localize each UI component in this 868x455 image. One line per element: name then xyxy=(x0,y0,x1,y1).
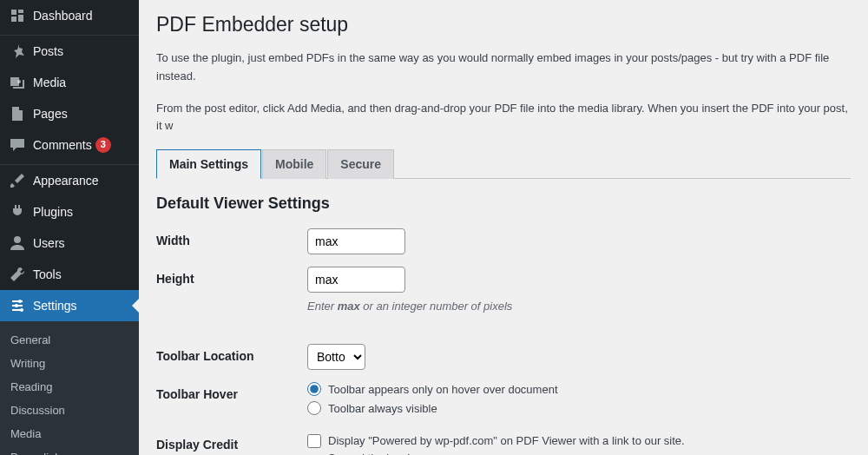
row-toolbar-hover: Toolbar Hover Toolbar appears only on ho… xyxy=(156,382,851,420)
comments-badge: 3 xyxy=(95,137,111,152)
tab-main-settings[interactable]: Main Settings xyxy=(156,149,261,179)
row-height: Height Enter max or an integer number of… xyxy=(156,267,851,313)
svg-point-0 xyxy=(17,80,21,83)
page-title: PDF Embedder setup xyxy=(156,13,851,36)
submenu-permalinks[interactable]: Permalinks xyxy=(0,445,139,455)
comment-icon xyxy=(9,136,26,154)
sidebar-item-comments[interactable]: Comments 3 xyxy=(0,129,139,161)
sidebar-item-label: Posts xyxy=(33,44,63,58)
sidebar-item-tools[interactable]: Tools xyxy=(0,259,139,290)
tabs-nav: Main Settings Mobile Secure xyxy=(156,149,851,179)
svg-point-2 xyxy=(18,300,22,303)
main-content: PDF Embedder setup To use the plugin, ju… xyxy=(139,0,868,455)
section-heading: Default Viewer Settings xyxy=(156,195,851,213)
intro-para-2: From the post editor, click Add Media, a… xyxy=(156,100,851,136)
sidebar-item-label: Comments xyxy=(33,138,92,152)
sidebar-item-users[interactable]: Users xyxy=(0,228,139,259)
credit-checkbox[interactable] xyxy=(307,434,321,448)
wrench-icon xyxy=(9,266,26,283)
hover-option-2[interactable]: Toolbar always visible xyxy=(307,401,851,415)
credit-checkbox-row[interactable]: Display "Powered by wp-pdf.com" on PDF V… xyxy=(307,432,851,455)
sidebar-item-label: Users xyxy=(33,236,65,250)
sidebar-item-label: Dashboard xyxy=(33,9,93,23)
toolbar-hover-label: Toolbar Hover xyxy=(156,382,307,401)
sidebar-item-dashboard[interactable]: Dashboard xyxy=(0,0,139,31)
submenu-writing[interactable]: Writing xyxy=(0,352,139,375)
display-credit-label: Display Credit xyxy=(156,432,307,452)
page-icon xyxy=(9,105,26,122)
sidebar-item-media[interactable]: Media xyxy=(0,67,139,98)
sidebar-item-plugins[interactable]: Plugins xyxy=(0,196,139,228)
settings-icon xyxy=(9,297,26,314)
hover-radio-1[interactable] xyxy=(307,382,321,396)
intro-para-1: To use the plugin, just embed PDFs in th… xyxy=(156,49,851,86)
hover-option-1-label: Toolbar appears only on hover over docum… xyxy=(328,383,558,396)
hover-option-1[interactable]: Toolbar appears only on hover over docum… xyxy=(307,382,851,396)
sidebar-item-label: Appearance xyxy=(33,174,99,188)
dashboard-icon xyxy=(9,7,26,24)
row-toolbar-location: Toolbar Location Bottom xyxy=(156,344,851,370)
admin-sidebar: Dashboard Posts Media Pages Comments 3 A… xyxy=(0,0,139,455)
width-input[interactable] xyxy=(307,228,405,254)
sidebar-item-appearance[interactable]: Appearance xyxy=(0,165,139,196)
settings-submenu: General Writing Reading Discussion Media… xyxy=(0,321,139,455)
toolbar-location-select[interactable]: Bottom xyxy=(307,344,365,370)
sidebar-item-label: Pages xyxy=(33,107,68,121)
user-icon xyxy=(9,234,26,252)
svg-point-1 xyxy=(14,236,21,243)
sidebar-item-label: Settings xyxy=(33,299,77,313)
hover-radio-2[interactable] xyxy=(307,401,321,415)
sidebar-item-label: Tools xyxy=(33,267,62,281)
sidebar-item-label: Plugins xyxy=(33,205,73,219)
submenu-reading[interactable]: Reading xyxy=(0,375,139,399)
pin-icon xyxy=(9,43,26,60)
svg-point-3 xyxy=(15,304,18,307)
row-display-credit: Display Credit Display "Powered by wp-pd… xyxy=(156,432,851,455)
hover-option-2-label: Toolbar always visible xyxy=(328,402,437,415)
svg-point-4 xyxy=(20,308,23,312)
submenu-general[interactable]: General xyxy=(0,328,139,352)
width-label: Width xyxy=(156,228,307,247)
height-hint: Enter max or an integer number of pixels xyxy=(307,300,851,313)
credit-text: Display "Powered by wp-pdf.com" on PDF V… xyxy=(328,432,693,455)
brush-icon xyxy=(9,172,26,189)
sidebar-item-pages[interactable]: Pages xyxy=(0,98,139,129)
height-input[interactable] xyxy=(307,267,405,293)
media-icon xyxy=(9,74,26,91)
height-label: Height xyxy=(156,267,307,286)
sidebar-item-label: Media xyxy=(33,76,66,89)
sidebar-item-posts[interactable]: Posts xyxy=(0,36,139,67)
row-width: Width xyxy=(156,228,851,254)
toolbar-location-label: Toolbar Location xyxy=(156,344,307,363)
intro-text: To use the plugin, just embed PDFs in th… xyxy=(156,49,851,135)
submenu-media[interactable]: Media xyxy=(0,422,139,445)
tab-secure[interactable]: Secure xyxy=(327,149,394,179)
sidebar-item-settings[interactable]: Settings xyxy=(0,290,139,321)
submenu-discussion[interactable]: Discussion xyxy=(0,399,139,422)
tab-mobile[interactable]: Mobile xyxy=(262,149,326,179)
plug-icon xyxy=(9,203,26,221)
